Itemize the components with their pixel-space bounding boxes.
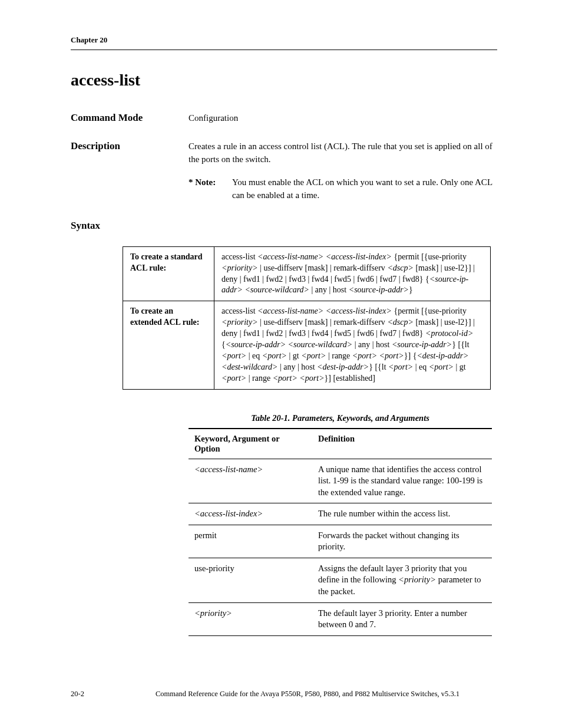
chapter-header: Chapter 20 bbox=[71, 35, 497, 45]
param-row: <priority>The default layer 3 priority. … bbox=[189, 602, 492, 635]
param-keyword: <access-list-index> bbox=[189, 503, 312, 525]
syntax-row: To create a standard ACL rule:access-lis… bbox=[123, 246, 491, 301]
param-header-row: Keyword, Argument or Option Definition bbox=[189, 429, 492, 459]
syntax-row-label: To create a standard ACL rule: bbox=[123, 246, 214, 301]
syntax-row: To create an extended ACL rule:access-li… bbox=[123, 301, 491, 389]
footer-text: Command Reference Guide for the Avaya P5… bbox=[118, 690, 497, 699]
syntax-row-body: access-list <access-list-name> <access-l… bbox=[214, 301, 491, 389]
param-definition: Forwards the packet without changing its… bbox=[312, 525, 492, 558]
page-title: access-list bbox=[71, 71, 497, 90]
param-row: <access-list-name>A unique name that ide… bbox=[189, 459, 492, 503]
note-label: * Note: bbox=[189, 176, 232, 202]
command-mode-value: Configuration bbox=[189, 112, 497, 125]
param-row: use-priorityAssigns the default layer 3 … bbox=[189, 558, 492, 602]
description-label: Description bbox=[71, 140, 189, 202]
footer-page-number: 20-2 bbox=[71, 690, 118, 699]
syntax-label: Syntax bbox=[71, 220, 497, 232]
param-header-keyword: Keyword, Argument or Option bbox=[189, 429, 312, 459]
param-table-caption: Table 20-1. Parameters, Keywords, and Ar… bbox=[189, 413, 492, 423]
param-header-definition: Definition bbox=[312, 429, 492, 459]
syntax-table: To create a standard ACL rule:access-lis… bbox=[123, 246, 491, 390]
param-row: <access-list-index>The rule number withi… bbox=[189, 503, 492, 525]
param-keyword: permit bbox=[189, 525, 312, 558]
param-definition: The default layer 3 priority. Enter a nu… bbox=[312, 602, 492, 635]
param-keyword: <priority> bbox=[189, 602, 312, 635]
param-definition: The rule number within the access list. bbox=[312, 503, 492, 525]
command-mode-label: Command Mode bbox=[71, 112, 189, 125]
param-row: permitForwards the packet without changi… bbox=[189, 525, 492, 558]
param-definition: Assigns the default layer 3 priority tha… bbox=[312, 558, 492, 602]
param-definition: A unique name that identifies the access… bbox=[312, 459, 492, 503]
syntax-row-body: access-list <access-list-name> <access-l… bbox=[214, 246, 491, 301]
syntax-row-label: To create an extended ACL rule: bbox=[123, 301, 214, 389]
header-rule bbox=[71, 50, 497, 50]
note-text: You must enable the ACL on which you wan… bbox=[232, 176, 497, 202]
param-keyword: <access-list-name> bbox=[189, 459, 312, 503]
param-keyword: use-priority bbox=[189, 558, 312, 602]
description-text: Creates a rule in an access control list… bbox=[189, 140, 497, 166]
param-table: Keyword, Argument or Option Definition <… bbox=[189, 428, 492, 636]
